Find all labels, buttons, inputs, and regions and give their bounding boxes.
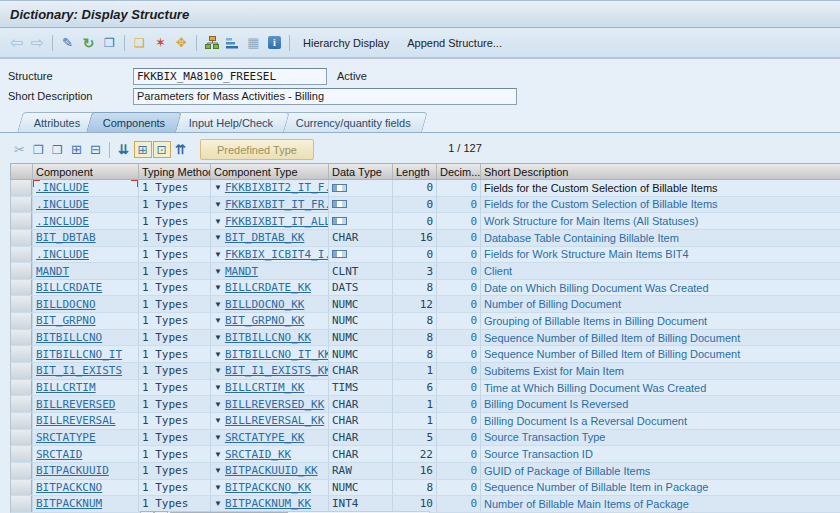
dropdown-icon[interactable]: ▼ (214, 183, 222, 192)
row-selector[interactable] (11, 413, 32, 429)
row-selector[interactable] (11, 430, 32, 446)
component-link[interactable]: BITPACKCNO (36, 481, 102, 494)
component-link[interactable]: BITBILLCNO (36, 331, 102, 344)
component-type-link[interactable]: FKKBIXBIT2_IT_F. (225, 181, 329, 194)
column-header-short-description[interactable]: Short Description (481, 164, 840, 179)
component-type-link[interactable]: FKKBIX_ICBIT4_I. (225, 248, 329, 261)
dropdown-icon[interactable]: ▼ (214, 416, 222, 425)
typing-method-cell[interactable]: 1 Types (139, 480, 211, 496)
component-type-link[interactable]: BILLREVERSED_KK (225, 398, 324, 411)
typing-method-cell[interactable]: 1 Types (139, 396, 211, 412)
typing-method-cell[interactable]: 1 Types (139, 247, 211, 263)
structure-field[interactable]: FKKBIX_MA8100_FREESEL (133, 68, 327, 85)
component-type-link[interactable]: BILLDOCNO_KK (225, 298, 304, 311)
dropdown-icon[interactable]: ▼ (214, 383, 222, 392)
column-header-data-type[interactable]: Data Type (329, 164, 393, 179)
component-link[interactable]: .INCLUDE (36, 248, 89, 261)
component-link[interactable]: BIT_DBTAB (36, 231, 96, 244)
expand-node-icon[interactable]: ⊞ (133, 141, 152, 159)
column-header-length[interactable]: Length (393, 164, 437, 179)
dropdown-icon[interactable]: ▼ (214, 466, 222, 475)
typing-method-cell[interactable]: 1 Types (139, 230, 211, 246)
component-type-link[interactable]: BIT_DBTAB_KK (225, 231, 304, 244)
typing-method-cell[interactable]: 1 Types (139, 380, 211, 396)
dropdown-icon[interactable]: ▼ (214, 499, 222, 508)
component-type-link[interactable]: BITBILLCNO_KK (225, 331, 311, 344)
dropdown-icon[interactable]: ▼ (214, 483, 222, 492)
row-selector[interactable] (11, 396, 32, 412)
component-link[interactable]: BILLCRDATE (36, 281, 102, 294)
typing-method-cell[interactable]: 1 Types (139, 280, 211, 296)
component-type-link[interactable]: MANDT (225, 265, 258, 278)
short-description-field[interactable]: Parameters for Mass Activities - Billing (133, 88, 517, 105)
dropdown-icon[interactable]: ▼ (214, 267, 222, 276)
sort-icon[interactable] (222, 33, 243, 53)
column-header-decim[interactable]: Decim... (437, 164, 481, 179)
component-link[interactable]: SRCTAID (36, 448, 82, 461)
component-link[interactable]: .INCLUDE (36, 181, 89, 194)
row-selector[interactable] (11, 446, 32, 462)
copy-icon[interactable]: ❐ (99, 33, 120, 53)
component-type-link[interactable]: BITPACKCNO_KK (225, 481, 311, 494)
collapse-node-icon[interactable]: ⊡ (152, 141, 171, 159)
component-link[interactable]: MANDT (36, 265, 69, 278)
back-icon[interactable]: ⇦ (6, 33, 27, 53)
dropdown-icon[interactable]: ▼ (214, 316, 222, 325)
row-selector[interactable] (11, 197, 32, 213)
dropdown-icon[interactable]: ▼ (214, 300, 222, 309)
typing-method-cell[interactable]: 1 Types (139, 496, 211, 512)
where-used-icon[interactable]: ❏ (129, 33, 150, 53)
tab-currency-quantity-fields[interactable]: Currency/quantity fields (279, 112, 428, 132)
collapse-all-icon[interactable]: ⇈ (171, 141, 190, 159)
row-selector[interactable] (11, 180, 32, 196)
refresh-icon[interactable]: ↻ (78, 33, 99, 53)
dropdown-icon[interactable]: ▼ (214, 350, 222, 359)
component-type-link[interactable]: BIT_GRPNO_KK (225, 314, 304, 327)
row-selector[interactable] (11, 247, 32, 263)
component-type-link[interactable]: FKKBIXBIT_IT_FR. (225, 198, 329, 211)
row-selector[interactable] (11, 313, 32, 329)
typing-method-cell[interactable]: 1 Types (139, 330, 211, 346)
component-link[interactable]: BITPACKUUID (36, 464, 109, 477)
row-selector[interactable] (11, 263, 32, 279)
typing-method-cell[interactable]: 1 Types (139, 263, 211, 279)
dropdown-icon[interactable]: ▼ (214, 400, 222, 409)
component-link[interactable]: BILLREVERSED (36, 398, 115, 411)
select-all-header[interactable] (11, 164, 33, 179)
row-selector[interactable] (11, 480, 32, 496)
toolbar-button-append-structure[interactable]: Append Structure... (398, 35, 511, 51)
typing-method-cell[interactable]: 1 Types (139, 180, 211, 196)
display-change-icon[interactable]: ✎ (57, 33, 78, 53)
typing-method-cell[interactable]: 1 Types (139, 430, 211, 446)
typing-method-cell[interactable]: 1 Types (139, 346, 211, 362)
info-icon[interactable]: i (264, 33, 285, 53)
dropdown-icon[interactable]: ▼ (214, 450, 222, 459)
dropdown-icon[interactable]: ▼ (214, 283, 222, 292)
wand-icon[interactable]: ✶ (150, 33, 171, 53)
row-selector[interactable] (11, 230, 32, 246)
dropdown-icon[interactable]: ▼ (214, 233, 222, 242)
row-selector[interactable] (11, 496, 32, 512)
typing-method-cell[interactable]: 1 Types (139, 197, 211, 213)
component-type-link[interactable]: BILLCRDATE_KK (225, 281, 311, 294)
component-link[interactable]: BITPACKNUM (36, 497, 102, 510)
row-selector[interactable] (11, 330, 32, 346)
component-type-link[interactable]: BITPACKUUID_KK (225, 464, 318, 477)
predefined-type-button[interactable]: Predefined Type (200, 139, 314, 160)
typing-method-cell[interactable]: 1 Types (139, 296, 211, 312)
column-header-component-type[interactable]: Component Type (211, 164, 329, 179)
dropdown-icon[interactable]: ▼ (214, 333, 222, 342)
paste-row-icon[interactable]: ❒ (48, 141, 67, 159)
dropdown-icon[interactable]: ▼ (214, 217, 222, 226)
dropdown-icon[interactable]: ▼ (214, 433, 222, 442)
cut-icon[interactable]: ✂ (10, 141, 29, 159)
copy-row-icon[interactable]: ❐ (29, 141, 48, 159)
component-link[interactable]: BILLREVERSAL (36, 414, 115, 427)
delete-row-icon[interactable]: ⊟ (86, 141, 105, 159)
component-type-link[interactable]: BILLCRTIM_KK (225, 381, 304, 394)
dropdown-icon[interactable]: ▼ (214, 250, 222, 259)
component-type-link[interactable]: BITPACKNUM_KK (225, 497, 311, 510)
typing-method-cell[interactable]: 1 Types (139, 446, 211, 462)
component-link[interactable]: .INCLUDE (36, 215, 89, 228)
component-link[interactable]: .INCLUDE (36, 198, 89, 211)
